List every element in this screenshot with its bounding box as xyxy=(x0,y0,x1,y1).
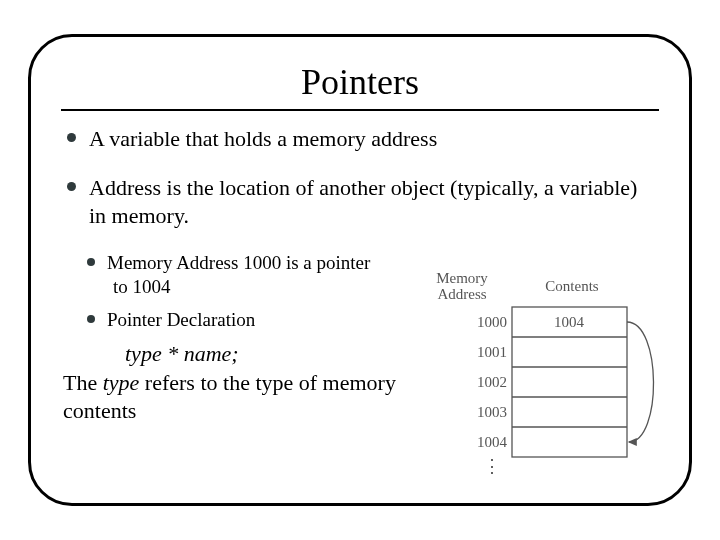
diagram-dots: ⋮ xyxy=(483,456,501,476)
slide-title: Pointers xyxy=(61,61,659,103)
syntax-star: * xyxy=(167,341,178,366)
syntax-semi: ; xyxy=(231,341,238,366)
syntax-type: type xyxy=(125,341,162,366)
diagram-header-address: Address xyxy=(437,286,486,302)
diagram-row-label: 1001 xyxy=(477,344,507,360)
diagram-row-label: 1004 xyxy=(477,434,508,450)
slide-frame: Pointers A variable that holds a memory … xyxy=(28,34,692,506)
sub-bullet-text: Memory Address 1000 is a pointer xyxy=(107,252,370,273)
diagram-header-contents: Contents xyxy=(545,278,598,294)
diagram-svg: Memory Address Contents 1000 1001 1002 1… xyxy=(422,267,667,492)
sub-bullet-text: Pointer Declaration xyxy=(107,309,255,330)
diagram-row-label: 1000 xyxy=(477,314,507,330)
diagram-row-label: 1003 xyxy=(477,404,507,420)
bullet-text: A variable that holds a memory address xyxy=(89,126,437,151)
sub-bullet-item: Memory Address 1000 is a pointer to 1004 xyxy=(83,251,437,300)
diagram-header-memory: Memory xyxy=(436,270,488,286)
bullet-text: Address is the location of another objec… xyxy=(89,175,637,229)
bullet-item: A variable that holds a memory address xyxy=(61,125,659,154)
bullet-list: A variable that holds a memory address A… xyxy=(61,125,659,231)
bullet-item: Address is the location of another objec… xyxy=(61,174,659,231)
memory-diagram: Memory Address Contents 1000 1001 1002 1… xyxy=(422,267,667,492)
explain-text: The type refers to the type of memory co… xyxy=(63,369,403,426)
sub-bullet-item: Pointer Declaration xyxy=(83,308,437,333)
diagram-row-label: 1002 xyxy=(477,374,507,390)
diagram-cell-value: 1004 xyxy=(554,314,585,330)
slide: Pointers A variable that holds a memory … xyxy=(0,0,720,540)
sub-bullet-text-line2: to 1004 xyxy=(107,276,171,297)
explain-em: type xyxy=(103,370,140,395)
title-rule xyxy=(61,109,659,111)
explain-prefix: The xyxy=(63,370,103,395)
syntax-name: name xyxy=(184,341,232,366)
pointer-arrow xyxy=(627,322,654,442)
